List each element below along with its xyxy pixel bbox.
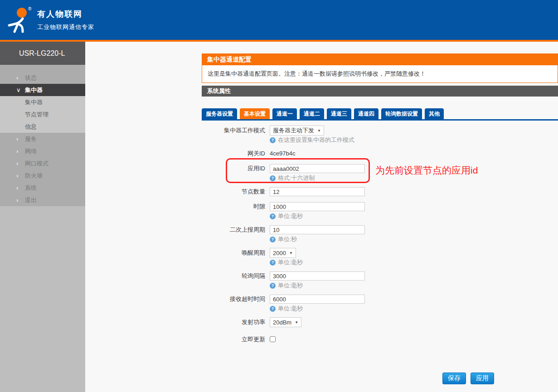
- polling-interval-input[interactable]: [270, 271, 365, 281]
- button-bar: 保存 应用: [442, 373, 494, 384]
- help-icon: ?: [270, 237, 276, 242]
- panel-notice: 这里是集中器通道配置页面。注意：通道一数据请参照说明书修改，严禁随意修改！: [202, 65, 558, 82]
- chevron-down-icon: ∨: [16, 84, 21, 96]
- sidebar-item-status[interactable]: › 状态: [0, 72, 85, 84]
- node-count-input[interactable]: [270, 187, 365, 196]
- chevron-right-icon: ›: [16, 145, 18, 157]
- sidebar-subitem-node-management[interactable]: 节点管理: [0, 108, 85, 121]
- section-title: 系统属性: [202, 86, 558, 97]
- work-mode-select[interactable]: 服务器主动下发 ▼: [270, 126, 324, 136]
- chevron-right-icon: ›: [16, 194, 18, 206]
- brand-subtitle: 工业物联网通信专家: [37, 23, 94, 31]
- sidebar-subitem-concentrator[interactable]: 集中器: [0, 96, 85, 108]
- time-slot-input[interactable]: [270, 202, 365, 211]
- form-row-time-slot: 时隙 ? 单位:毫秒: [202, 202, 558, 220]
- chevron-right-icon: ›: [16, 182, 18, 194]
- help-icon: ?: [270, 283, 276, 289]
- tab-channel-2[interactable]: 通道二: [300, 108, 324, 119]
- tab-polling-data[interactable]: 轮询数据设置: [381, 108, 422, 119]
- chevron-right-icon: ›: [16, 72, 18, 84]
- form-row-tx-power: 发射功率 20dBm ▼: [202, 317, 558, 327]
- help-icon: ?: [270, 137, 276, 143]
- brand-title: 有人物联网: [37, 9, 94, 19]
- receive-timeout-input[interactable]: [270, 295, 365, 304]
- chevron-right-icon: ›: [16, 157, 18, 169]
- tab-basic-settings[interactable]: 基本设置: [240, 108, 270, 119]
- update-now-checkbox[interactable]: [270, 336, 276, 342]
- wakeup-cycle-select[interactable]: 2000 ▼: [270, 248, 296, 258]
- form-row-node-count: 节点数量: [202, 187, 558, 197]
- sidebar-menu: › 状态 ∨ 集中器 集中器 节点管理 信息 › 服务 › 网络 › 网口模式 …: [0, 65, 85, 206]
- select-arrow-icon: ▼: [289, 251, 293, 255]
- form-row-app-id: 应用ID ? 格式:十六进制: [202, 164, 558, 182]
- form-row-polling-interval: 轮询间隔 ? 单位:毫秒: [202, 271, 558, 289]
- form-row-receive-timeout: 接收超时时间 ? 单位:毫秒: [202, 294, 558, 312]
- sidebar-item-concentrator[interactable]: ∨ 集中器: [0, 84, 85, 96]
- form-row-gateway-id: 网关ID 4ce97b4c: [202, 149, 558, 159]
- panel-title: 集中器通道配置: [202, 53, 558, 65]
- form-row-secondary-report: 二次上报周期 ? 单位:秒: [202, 225, 558, 243]
- secondary-report-input[interactable]: [270, 225, 365, 234]
- select-arrow-icon: ▼: [295, 320, 298, 324]
- sidebar-item-logout[interactable]: › 退出: [0, 194, 85, 206]
- help-icon: ?: [270, 213, 276, 219]
- usr-logo-icon: ®: [5, 6, 32, 34]
- sidebar-item-port-mode[interactable]: › 网口模式: [0, 157, 85, 169]
- tab-server-settings[interactable]: 服务器设置: [202, 108, 237, 119]
- tab-channel-1[interactable]: 通道一: [272, 108, 297, 119]
- chevron-right-icon: ›: [16, 169, 18, 182]
- apply-button[interactable]: 应用: [471, 373, 494, 384]
- main-content: 集中器通道配置 这里是集中器通道配置页面。注意：通道一数据请参照说明书修改，严禁…: [85, 42, 558, 392]
- form-row-work-mode: 集中器工作模式 服务器主动下发 ▼ ? 在这里设置集中器的工作模式: [202, 126, 558, 144]
- top-header: ® 有人物联网 工业物联网通信专家: [0, 0, 558, 42]
- chevron-right-icon: ›: [16, 133, 18, 145]
- app-id-input[interactable]: [270, 164, 365, 173]
- tab-other[interactable]: 其他: [425, 108, 444, 119]
- form-row-update-now: 立即更新: [202, 334, 558, 344]
- help-icon: ?: [270, 306, 276, 312]
- save-button[interactable]: 保存: [442, 373, 466, 384]
- registered-mark-icon: ®: [28, 6, 31, 11]
- device-title: USR-LG220-L: [0, 42, 85, 65]
- settings-form: 集中器工作模式 服务器主动下发 ▼ ? 在这里设置集中器的工作模式 网关ID 4…: [202, 126, 558, 349]
- sidebar-item-service[interactable]: › 服务: [0, 133, 85, 145]
- select-arrow-icon: ▼: [317, 129, 321, 133]
- sidebar-item-system[interactable]: › 系统: [0, 182, 85, 194]
- sidebar-item-firewall[interactable]: › 防火墙: [0, 169, 85, 182]
- help-icon: ?: [270, 260, 276, 266]
- form-row-wakeup-cycle: 唤醒周期 2000 ▼ ? 单位:毫秒: [202, 248, 558, 266]
- tab-channel-3[interactable]: 通道三: [327, 108, 351, 119]
- help-icon: ?: [270, 175, 276, 181]
- tab-channel-4[interactable]: 通道四: [354, 108, 378, 119]
- tab-bar: 服务器设置 基本设置 通道一 通道二 通道三 通道四 轮询数据设置 其他: [202, 108, 558, 121]
- tx-power-select[interactable]: 20dBm ▼: [270, 317, 301, 327]
- brand: ® 有人物联网 工业物联网通信专家: [5, 6, 94, 34]
- sidebar-subitem-info[interactable]: 信息: [0, 121, 85, 133]
- sidebar: USR-LG220-L › 状态 ∨ 集中器 集中器 节点管理 信息 › 服务 …: [0, 42, 85, 392]
- sidebar-item-network[interactable]: › 网络: [0, 145, 85, 157]
- gateway-id-value: 4ce97b4c: [270, 149, 295, 159]
- config-notice-panel: 集中器通道配置 这里是集中器通道配置页面。注意：通道一数据请参照说明书修改，严禁…: [202, 53, 558, 83]
